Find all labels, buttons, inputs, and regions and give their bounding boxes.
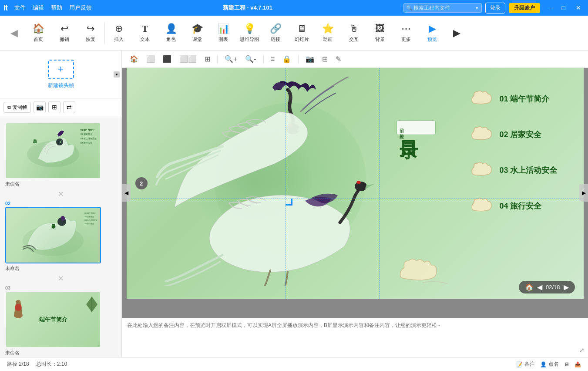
search-input[interactable] — [403, 3, 482, 13]
panel-collapse-right-btn[interactable]: ▶ — [579, 184, 588, 202]
screenshot-canvas-btn[interactable]: 📷 — [303, 53, 317, 65]
minimize-button[interactable]: ─ — [544, 3, 555, 12]
slide-counter: 🏠 ◀ 02/18 ▶ — [519, 281, 575, 293]
toolbar-chart[interactable]: 📊 图表 — [211, 18, 235, 48]
slide-thumb-3[interactable]: 端午节简介 — [5, 291, 101, 348]
toolbar-interact-label: 交互 — [349, 36, 359, 43]
toolbar-back[interactable]: ◀ — [3, 18, 24, 48]
insert-icon: ⊕ — [115, 23, 123, 34]
nav-badge: 2 — [135, 177, 148, 189]
slide-label-2: 未命名 — [5, 265, 116, 272]
maximize-button[interactable]: □ — [558, 3, 569, 12]
panel-collapse-left-btn[interactable]: ◀ — [122, 184, 131, 202]
canvas-multi-btn[interactable]: ⬜⬜ — [177, 53, 199, 65]
note-btn[interactable]: 📝 备注 — [516, 361, 535, 368]
menu-item-2: 02 居家安全 — [469, 125, 557, 144]
toolbar-bg[interactable]: 🖼 背景 — [368, 18, 392, 48]
app-logo: It — [3, 3, 7, 13]
toolbar-mindmap[interactable]: 💡 思维导图 — [237, 18, 262, 48]
login-button[interactable]: 登录 — [485, 3, 505, 13]
menu-text-4: 04 旅行安全 — [499, 201, 541, 211]
expand-notes-btn[interactable]: ⤢ — [579, 347, 585, 354]
toolbar-undo[interactable]: ↩ 撤销 — [52, 18, 77, 48]
toolbar-forward[interactable]: ▶ — [446, 18, 467, 48]
crane-thumb-1 — [20, 128, 86, 172]
cloud-icon-2 — [469, 125, 494, 144]
top-crane — [156, 77, 349, 207]
panel-collapse-btn[interactable]: ▾ — [114, 71, 120, 78]
counter-next-btn[interactable]: ▶ — [564, 283, 569, 291]
title-bottom-text: 处处 — [399, 129, 405, 131]
canvas-frame-btn[interactable]: ⊞ — [202, 53, 213, 65]
toolbar-text[interactable]: T 文本 — [133, 18, 157, 48]
toolbar-role[interactable]: 👤 角色 — [159, 18, 183, 48]
close-button[interactable]: ✕ — [572, 3, 585, 12]
counter-prev-btn[interactable]: ◀ — [537, 283, 542, 291]
grid-btn[interactable]: ⊞ — [319, 53, 330, 65]
toolbar-home-label: 首页 — [34, 36, 43, 43]
canvas-home-btn[interactable]: 🏠 — [127, 53, 141, 65]
toolbar-anim-label: 动画 — [323, 36, 333, 43]
menu-file[interactable]: 文件 — [14, 4, 26, 12]
title-bar-left: It 文件 编辑 帮助 用户反馈 — [3, 3, 92, 13]
bottom-cloud — [396, 256, 449, 286]
toolbar-home[interactable]: 🏠 首页 — [26, 18, 50, 48]
toolbar-insert[interactable]: ⊕ 插入 — [107, 18, 131, 48]
lock-btn[interactable]: 🔒 — [280, 53, 294, 65]
copy-frame-label: 复制帧 — [13, 104, 27, 111]
nav-group: ◀ 🏠 首页 ↩ 撤销 ↪ 恢复 — [3, 18, 103, 48]
bg-icon: 🖼 — [375, 23, 385, 34]
slide-thumb-2[interactable]: 目录 01 端午节简介 02 居家安全 03 水上活动安全 04 旅行安全 — [5, 207, 101, 263]
app-title: 新建工程 - v4.7.101 — [223, 4, 272, 12]
menu-help[interactable]: 帮助 — [51, 4, 62, 12]
menu-item-1: 01 端午节简介 — [469, 90, 557, 108]
share-btn[interactable]: 📤 — [575, 361, 581, 368]
toolbar-role-label: 角色 — [166, 36, 176, 43]
edit-btn[interactable]: ✎ — [333, 53, 344, 65]
toolbar-anim[interactable]: ⭐ 动画 — [316, 18, 340, 48]
new-frame-icon: + — [48, 60, 74, 79]
search-icon: 🔍 — [406, 5, 413, 11]
screen-icon: 🖥 — [564, 361, 569, 368]
toolbar-slides[interactable]: 🖥 幻灯片 — [289, 18, 314, 48]
title-box: 节目 目录 处处 — [396, 120, 436, 135]
slide-item-1: 01 端午节简介 02 居家安全 03 水上活动安全 04 旅行安全 目录 未命… — [0, 120, 121, 189]
new-frame[interactable]: + 新建镜头帧 ▾ — [0, 51, 121, 98]
slide-sep-2: ✕ — [0, 274, 121, 283]
menu-edit[interactable]: 编辑 — [33, 4, 44, 12]
toolbar-more[interactable]: ⋯ 更多 — [394, 18, 418, 48]
menu-feedback[interactable]: 用户反馈 — [69, 4, 92, 12]
slide-num-3: 03 — [5, 285, 116, 290]
zoom-out-btn[interactable]: 🔍- — [242, 53, 259, 65]
mindmap-icon: 💡 — [244, 23, 255, 34]
crop-btn[interactable]: ⊞ — [48, 101, 60, 113]
zoom-in-btn[interactable]: 🔍+ — [222, 53, 240, 65]
status-duration: 总时长：2:10 — [36, 361, 67, 368]
slide-canvas: 节目 目录 处处 01 端午节简介 — [127, 68, 584, 299]
notes-input[interactable] — [127, 322, 583, 354]
screen-btn[interactable]: 🖥 — [564, 361, 569, 368]
search-dropdown-icon[interactable]: ▼ — [475, 6, 479, 10]
toolbar-redo[interactable]: ↪ 恢复 — [78, 18, 103, 48]
toolbar-bg-label: 背景 — [375, 36, 385, 43]
screenshot-btn[interactable]: 📷 — [34, 101, 46, 113]
toolbar-chart-label: 图表 — [218, 36, 228, 43]
swap-btn[interactable]: ⇄ — [63, 101, 75, 113]
anim-icon: ⭐ — [322, 23, 334, 34]
counter-home-btn[interactable]: 🏠 — [525, 283, 534, 291]
copy-frame-btn[interactable]: ⧉ 复制帧 — [3, 102, 31, 113]
toolbar-class[interactable]: 🎓 课堂 — [185, 18, 209, 48]
thumb3-title: 端午节简介 — [39, 316, 67, 324]
toolbar-interact[interactable]: 🖱 交互 — [342, 18, 366, 48]
align-btn[interactable]: ≡ — [268, 54, 277, 65]
upgrade-button[interactable]: 升级账户 — [509, 3, 540, 13]
canvas-rect-btn[interactable]: ⬜ — [144, 53, 158, 65]
slide-thumb-1[interactable]: 01 端午节简介 02 居家安全 03 水上活动安全 04 旅行安全 目录 — [5, 122, 101, 179]
canvas-fill-btn[interactable]: ⬛ — [160, 53, 174, 65]
rollcall-btn[interactable]: 👤 点名 — [540, 361, 559, 368]
interact-icon: 🖱 — [349, 23, 359, 34]
toolbar-slides-label: 幻灯片 — [295, 36, 309, 43]
toolbar-link[interactable]: 🔗 链接 — [263, 18, 288, 48]
toolbar-preview[interactable]: ▶ 预览 — [420, 18, 444, 48]
redo-icon: ↪ — [87, 23, 94, 34]
